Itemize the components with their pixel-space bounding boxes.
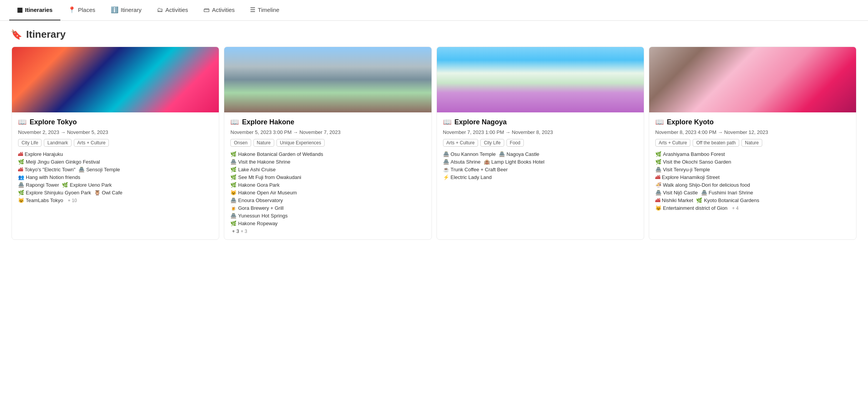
activity-item: 🌿Explore Shinjuku Gyoen Park: [18, 190, 91, 196]
activity-item: 🦉Owl Cafe: [94, 190, 122, 196]
activity-item: 👥Hang with Notion friends: [18, 174, 80, 180]
activity-text: Gora Brewery + Grill: [238, 205, 283, 211]
activity-text: Owl Cafe: [102, 190, 122, 196]
activity-icon: 🌿: [655, 151, 661, 157]
card-image-tokyo: [12, 47, 219, 112]
activity-item: 🌿Arashiyama Bamboo Forest: [655, 151, 725, 157]
activity-icon: 🌿: [18, 190, 24, 196]
activity-text: Walk along Shijo-Dori for delicious food: [663, 182, 750, 188]
activity-row: 🌿Arashiyama Bamboo Forest: [655, 151, 850, 157]
page-header-icon: 🔖: [11, 29, 22, 40]
activity-text: Osu Kannon Temple: [451, 151, 496, 157]
activity-icon: 🌿: [230, 167, 237, 172]
activity-icon: 🍺: [230, 205, 237, 211]
card-kyoto[interactable]: 📖Explore KyotoNovember 8, 2023 4:00 PM →…: [649, 47, 856, 240]
activity-row: 😺TeamLabs Tokyo+ 10: [18, 197, 213, 203]
activity-item: 🌿Hakone Ropeway: [230, 221, 278, 226]
activity-row: 🏙Tokyo's "Electric Town"🏯Sensoji Temple: [18, 167, 213, 172]
nav-itinerary[interactable]: ℹ️ Itinerary: [103, 0, 149, 20]
card-dates-kyoto: November 8, 2023 4:00 PM → November 12, …: [655, 129, 850, 135]
nav-itineraries-label: Itineraries: [25, 7, 53, 13]
activity-row: 🌿Hakone Gora Park: [230, 182, 425, 188]
itinerary-icon: ℹ️: [111, 6, 118, 13]
activity-icon: 🌿: [230, 182, 237, 188]
activity-item: 🍺Gora Brewery + Grill: [230, 205, 283, 211]
card-tags-kyoto: Arts + CultureOff the beaten pathNature: [655, 139, 850, 147]
activity-text: Explore Shinjuku Gyoen Park: [26, 190, 91, 196]
itineraries-icon: ▦: [17, 6, 23, 13]
card-title-kyoto: 📖Explore Kyoto: [655, 118, 850, 126]
activity-item: 🌿Lake Ashi Cruise: [230, 167, 276, 172]
activity-text: Hakone Botanical Garden of Wetlands: [238, 151, 323, 157]
activity-text: Explore Ueno Park: [70, 182, 112, 188]
nav-activities-1-label: Activities: [165, 7, 188, 13]
card-title-text-hakone: Explore Hakone: [242, 118, 294, 126]
card-nagoya[interactable]: 📖Explore NagoyaNovember 7, 2023 1:00 PM …: [436, 47, 644, 240]
activity-row: 🌿Visit the Okochi Sanso Garden: [655, 159, 850, 165]
activity-more: + 10: [68, 198, 77, 203]
activity-icon: 🏙: [655, 197, 660, 203]
activity-text: Visit the Hakone Shrine: [238, 159, 290, 165]
activity-item: 🏯Nagoya Castle: [499, 151, 539, 157]
nav-itinerary-label: Itinerary: [121, 7, 142, 13]
activity-row: 🏯Osu Kannon Temple🏯Nagoya Castle: [443, 151, 638, 157]
tag-item: Food: [506, 139, 524, 147]
activity-item: 🏯Fushimi Inari Shrine: [701, 190, 753, 196]
activity-icon: 🏯: [18, 182, 24, 188]
card-title-text-tokyo: Explore Tokyo: [30, 118, 77, 126]
card-activities-tokyo: 🏙Explore Harajuku🌿Meiji Jingu Gaien Gink…: [18, 151, 213, 203]
card-tokyo[interactable]: 📖Explore TokyoNovember 2, 2023 → Novembe…: [12, 47, 219, 240]
activity-item: 🌿Kyoto Botanical Gardens: [696, 197, 759, 203]
activity-row: 🏙Explore Hanamikoji Street: [655, 174, 850, 180]
activity-item: 🏯Yunessun Hot Springs: [230, 213, 288, 219]
activity-item: 🏨Lamp Light Books Hotel: [484, 159, 545, 165]
activity-text: Lake Ashi Cruise: [238, 167, 276, 172]
activity-item: 😺TeamLabs Tokyo: [18, 197, 63, 203]
activity-item: 😺Entertainment district of Gion: [655, 205, 728, 211]
card-dates-nagoya: November 7, 2023 1:00 PM → November 8, 2…: [443, 129, 638, 135]
tag-item: Nature: [253, 139, 274, 147]
card-activities-nagoya: 🏯Osu Kannon Temple🏯Nagoya Castle🏯Atsuta …: [443, 151, 638, 180]
card-title-hakone: 📖Explore Hakone: [230, 118, 425, 126]
nav-places[interactable]: 📍 Places: [60, 0, 103, 20]
card-title-icon-hakone: 📖: [230, 118, 239, 126]
activity-text: Hang with Notion friends: [26, 174, 80, 180]
activity-row: 🏙Nishiki Market🌿Kyoto Botanical Gardens: [655, 197, 850, 203]
activity-icon: 👥: [18, 174, 24, 180]
tag-item: Arts + Culture: [655, 139, 691, 147]
activity-icon: 😺: [655, 205, 661, 211]
tag-item: City Life: [18, 139, 42, 147]
activity-item: ☕Trunk Coffee + Craft Beer: [443, 167, 508, 172]
activity-item: 🌿Hakone Gora Park: [230, 182, 280, 188]
activity-text: Tokyo's "Electric Town": [25, 167, 75, 172]
activity-item: 🏯Visit the Hakone Shrine: [230, 159, 290, 165]
card-hakone[interactable]: 📖Explore HakoneNovember 5, 2023 3:00 PM …: [224, 47, 432, 240]
activity-text: TeamLabs Tokyo: [26, 197, 63, 203]
main-nav: ▦ Itineraries 📍 Places ℹ️ Itinerary 🗂 Ac…: [0, 0, 868, 21]
activity-text: Kyoto Botanical Gardens: [704, 197, 759, 203]
activity-icon: 🍜: [655, 182, 661, 188]
activity-icon: 🏯: [443, 159, 449, 165]
activity-item: 🍜Walk along Shijo-Dori for delicious foo…: [655, 182, 750, 188]
activity-text: Explore Harajuku: [25, 151, 63, 157]
activity-text: + 3: [232, 228, 239, 234]
card-dates-hakone: November 5, 2023 3:00 PM → November 7, 2…: [230, 129, 425, 135]
activity-more: + 3+ 3: [230, 228, 425, 234]
card-image-hakone: [224, 47, 431, 112]
activity-icon: 🏯: [443, 151, 449, 157]
activity-text: Explore Hanamikoji Street: [662, 174, 720, 180]
nav-itineraries[interactable]: ▦ Itineraries: [9, 0, 60, 20]
nav-activities-2[interactable]: 🗃 Activities: [196, 0, 242, 20]
activity-icon: 🌿: [18, 159, 24, 165]
tag-item: Off the beaten path: [693, 139, 739, 147]
activity-icon: 🦉: [94, 190, 100, 196]
activity-row: 🏯Rapongi Tower🌿Explore Ueno Park: [18, 182, 213, 188]
nav-activities-1[interactable]: 🗂 Activities: [149, 0, 196, 20]
activity-icon: 🏯: [230, 213, 237, 219]
nav-activities-2-label: Activities: [212, 7, 235, 13]
activity-icon: 🏙: [18, 151, 23, 157]
activity-text: Nagoya Castle: [506, 151, 539, 157]
activity-row: 😺Entertainment district of Gion+ 4: [655, 205, 850, 211]
card-tags-nagoya: Arts + CultureCity LifeFood: [443, 139, 638, 147]
nav-timeline[interactable]: ☰ Timeline: [242, 0, 287, 20]
